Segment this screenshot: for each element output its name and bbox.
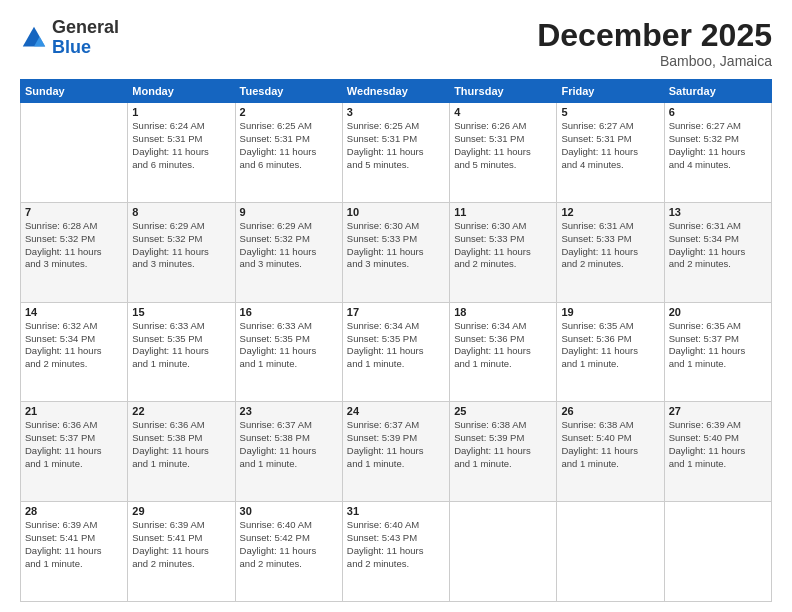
day-info: Sunrise: 6:28 AM Sunset: 5:32 PM Dayligh… [25, 220, 123, 271]
table-row: 20Sunrise: 6:35 AM Sunset: 5:37 PM Dayli… [664, 302, 771, 402]
day-number: 18 [454, 306, 552, 318]
table-row: 15Sunrise: 6:33 AM Sunset: 5:35 PM Dayli… [128, 302, 235, 402]
col-thursday: Thursday [450, 80, 557, 103]
day-info: Sunrise: 6:33 AM Sunset: 5:35 PM Dayligh… [240, 320, 338, 371]
table-row: 18Sunrise: 6:34 AM Sunset: 5:36 PM Dayli… [450, 302, 557, 402]
day-number: 19 [561, 306, 659, 318]
table-row: 17Sunrise: 6:34 AM Sunset: 5:35 PM Dayli… [342, 302, 449, 402]
table-row: 23Sunrise: 6:37 AM Sunset: 5:38 PM Dayli… [235, 402, 342, 502]
day-number: 15 [132, 306, 230, 318]
day-number: 5 [561, 106, 659, 118]
day-info: Sunrise: 6:26 AM Sunset: 5:31 PM Dayligh… [454, 120, 552, 171]
day-info: Sunrise: 6:25 AM Sunset: 5:31 PM Dayligh… [347, 120, 445, 171]
table-row: 9Sunrise: 6:29 AM Sunset: 5:32 PM Daylig… [235, 202, 342, 302]
day-number: 20 [669, 306, 767, 318]
day-number: 17 [347, 306, 445, 318]
table-row: 6Sunrise: 6:27 AM Sunset: 5:32 PM Daylig… [664, 103, 771, 203]
col-saturday: Saturday [664, 80, 771, 103]
logo: General Blue [20, 18, 119, 58]
day-info: Sunrise: 6:29 AM Sunset: 5:32 PM Dayligh… [240, 220, 338, 271]
day-info: Sunrise: 6:35 AM Sunset: 5:36 PM Dayligh… [561, 320, 659, 371]
table-row: 14Sunrise: 6:32 AM Sunset: 5:34 PM Dayli… [21, 302, 128, 402]
day-number: 31 [347, 505, 445, 517]
day-info: Sunrise: 6:30 AM Sunset: 5:33 PM Dayligh… [347, 220, 445, 271]
day-info: Sunrise: 6:40 AM Sunset: 5:43 PM Dayligh… [347, 519, 445, 570]
day-number: 6 [669, 106, 767, 118]
table-row: 27Sunrise: 6:39 AM Sunset: 5:40 PM Dayli… [664, 402, 771, 502]
day-number: 23 [240, 405, 338, 417]
table-row: 10Sunrise: 6:30 AM Sunset: 5:33 PM Dayli… [342, 202, 449, 302]
table-row: 21Sunrise: 6:36 AM Sunset: 5:37 PM Dayli… [21, 402, 128, 502]
day-number: 25 [454, 405, 552, 417]
table-row: 28Sunrise: 6:39 AM Sunset: 5:41 PM Dayli… [21, 502, 128, 602]
col-friday: Friday [557, 80, 664, 103]
day-number: 10 [347, 206, 445, 218]
table-row: 13Sunrise: 6:31 AM Sunset: 5:34 PM Dayli… [664, 202, 771, 302]
day-info: Sunrise: 6:27 AM Sunset: 5:31 PM Dayligh… [561, 120, 659, 171]
day-number: 24 [347, 405, 445, 417]
table-row: 26Sunrise: 6:38 AM Sunset: 5:40 PM Dayli… [557, 402, 664, 502]
day-number: 9 [240, 206, 338, 218]
day-number: 13 [669, 206, 767, 218]
table-row: 12Sunrise: 6:31 AM Sunset: 5:33 PM Dayli… [557, 202, 664, 302]
header: General Blue December 2025 Bamboo, Jamai… [20, 18, 772, 69]
day-number: 26 [561, 405, 659, 417]
logo-general-text: General [52, 17, 119, 37]
day-number: 8 [132, 206, 230, 218]
day-info: Sunrise: 6:25 AM Sunset: 5:31 PM Dayligh… [240, 120, 338, 171]
day-info: Sunrise: 6:38 AM Sunset: 5:40 PM Dayligh… [561, 419, 659, 470]
table-row [21, 103, 128, 203]
day-info: Sunrise: 6:24 AM Sunset: 5:31 PM Dayligh… [132, 120, 230, 171]
table-row: 19Sunrise: 6:35 AM Sunset: 5:36 PM Dayli… [557, 302, 664, 402]
logo-blue-text: Blue [52, 37, 91, 57]
day-number: 21 [25, 405, 123, 417]
table-row: 22Sunrise: 6:36 AM Sunset: 5:38 PM Dayli… [128, 402, 235, 502]
day-info: Sunrise: 6:36 AM Sunset: 5:38 PM Dayligh… [132, 419, 230, 470]
day-number: 4 [454, 106, 552, 118]
table-row: 4Sunrise: 6:26 AM Sunset: 5:31 PM Daylig… [450, 103, 557, 203]
page: General Blue December 2025 Bamboo, Jamai… [0, 0, 792, 612]
day-info: Sunrise: 6:37 AM Sunset: 5:39 PM Dayligh… [347, 419, 445, 470]
day-number: 16 [240, 306, 338, 318]
day-info: Sunrise: 6:34 AM Sunset: 5:35 PM Dayligh… [347, 320, 445, 371]
day-info: Sunrise: 6:35 AM Sunset: 5:37 PM Dayligh… [669, 320, 767, 371]
logo-icon [20, 24, 48, 52]
table-row [664, 502, 771, 602]
calendar-header-row: Sunday Monday Tuesday Wednesday Thursday… [21, 80, 772, 103]
day-info: Sunrise: 6:34 AM Sunset: 5:36 PM Dayligh… [454, 320, 552, 371]
col-monday: Monday [128, 80, 235, 103]
day-number: 1 [132, 106, 230, 118]
day-number: 28 [25, 505, 123, 517]
table-row: 5Sunrise: 6:27 AM Sunset: 5:31 PM Daylig… [557, 103, 664, 203]
day-info: Sunrise: 6:37 AM Sunset: 5:38 PM Dayligh… [240, 419, 338, 470]
day-info: Sunrise: 6:36 AM Sunset: 5:37 PM Dayligh… [25, 419, 123, 470]
table-row: 1Sunrise: 6:24 AM Sunset: 5:31 PM Daylig… [128, 103, 235, 203]
table-row: 29Sunrise: 6:39 AM Sunset: 5:41 PM Dayli… [128, 502, 235, 602]
day-number: 2 [240, 106, 338, 118]
day-info: Sunrise: 6:29 AM Sunset: 5:32 PM Dayligh… [132, 220, 230, 271]
table-row: 8Sunrise: 6:29 AM Sunset: 5:32 PM Daylig… [128, 202, 235, 302]
day-number: 14 [25, 306, 123, 318]
table-row: 16Sunrise: 6:33 AM Sunset: 5:35 PM Dayli… [235, 302, 342, 402]
table-row [557, 502, 664, 602]
day-info: Sunrise: 6:32 AM Sunset: 5:34 PM Dayligh… [25, 320, 123, 371]
day-number: 29 [132, 505, 230, 517]
table-row: 3Sunrise: 6:25 AM Sunset: 5:31 PM Daylig… [342, 103, 449, 203]
day-info: Sunrise: 6:39 AM Sunset: 5:40 PM Dayligh… [669, 419, 767, 470]
day-number: 3 [347, 106, 445, 118]
day-number: 7 [25, 206, 123, 218]
col-tuesday: Tuesday [235, 80, 342, 103]
table-row: 30Sunrise: 6:40 AM Sunset: 5:42 PM Dayli… [235, 502, 342, 602]
day-number: 22 [132, 405, 230, 417]
day-number: 11 [454, 206, 552, 218]
day-info: Sunrise: 6:31 AM Sunset: 5:33 PM Dayligh… [561, 220, 659, 271]
day-info: Sunrise: 6:40 AM Sunset: 5:42 PM Dayligh… [240, 519, 338, 570]
table-row: 25Sunrise: 6:38 AM Sunset: 5:39 PM Dayli… [450, 402, 557, 502]
table-row: 31Sunrise: 6:40 AM Sunset: 5:43 PM Dayli… [342, 502, 449, 602]
location: Bamboo, Jamaica [537, 53, 772, 69]
day-info: Sunrise: 6:31 AM Sunset: 5:34 PM Dayligh… [669, 220, 767, 271]
day-info: Sunrise: 6:33 AM Sunset: 5:35 PM Dayligh… [132, 320, 230, 371]
day-number: 12 [561, 206, 659, 218]
col-wednesday: Wednesday [342, 80, 449, 103]
table-row [450, 502, 557, 602]
